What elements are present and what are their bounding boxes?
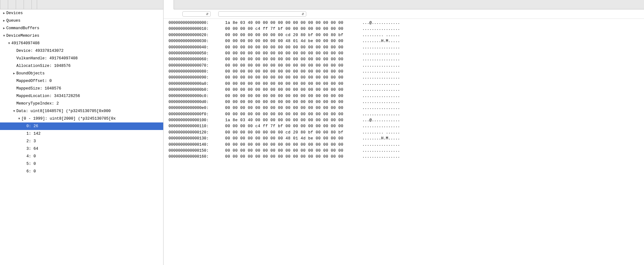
hex-bytes: 00 00 00 00 00 00 00 00 00 00 00 00 00 0… xyxy=(225,51,357,57)
hex-row: 0000000000000110: 00 00 00 00 c4 ff 7f b… xyxy=(169,123,639,129)
hex-address: 00000000000000c0: xyxy=(169,93,225,99)
left-tab-bar xyxy=(0,0,163,9)
hex-row: 0000000000000020: 00 00 00 00 00 00 00 0… xyxy=(169,32,639,38)
hex-row: 0000000000000100: 1a 8e 03 40 00 00 00 0… xyxy=(169,117,639,123)
hex-bytes: 00 00 00 00 00 00 00 00 00 00 00 00 00 0… xyxy=(225,142,357,148)
hex-bytes: 00 00 00 00 00 00 00 00 00 00 00 00 00 0… xyxy=(225,93,357,99)
minimize-button[interactable] xyxy=(635,0,644,9)
tab-textures[interactable] xyxy=(8,0,16,9)
tree-item[interactable]: MappedOffset: 0 xyxy=(0,77,163,85)
tree-item[interactable]: 3: 64 xyxy=(0,145,163,153)
tree-item[interactable]: ►Queues xyxy=(0,17,163,24)
hex-address: 00000000000000a0: xyxy=(169,81,225,87)
tree-item[interactable]: ►BoundObjects xyxy=(0,70,163,77)
tree-item[interactable]: MemoryTypeIndex: 2 xyxy=(0,100,163,107)
tree-item[interactable]: MappedSize: 1048576 xyxy=(0,85,163,92)
hex-address: 0000000000000120: xyxy=(169,130,225,136)
tree-item[interactable]: ►Devices xyxy=(0,9,163,17)
tree-arrow-icon: ▼ xyxy=(3,33,6,38)
hex-ascii: ......... ...... xyxy=(362,32,400,38)
tree-item-label: [0 - 1999]: uint8[2000] (*p3245130705[0x xyxy=(21,116,116,122)
tree-item-label: MappedLocation: 34341728256 xyxy=(16,93,80,99)
hex-row: 00000000000000a0: 00 00 00 00 00 00 00 0… xyxy=(169,81,639,87)
hex-ascii: ................ xyxy=(362,81,400,87)
tree-item[interactable]: MappedLocation: 34341728256 xyxy=(0,92,163,100)
tree-item[interactable]: ►CommandBuffers xyxy=(0,24,163,32)
tree-item[interactable]: ▼DeviceMemories xyxy=(0,32,163,40)
tree-item[interactable]: 1: 142 xyxy=(0,130,163,138)
tree-container[interactable]: ►Devices►Queues►CommandBuffers▼DeviceMem… xyxy=(0,9,163,265)
tree-item-label: Devices xyxy=(6,10,23,16)
tree-item[interactable]: ▼491764097408 xyxy=(0,40,163,47)
hex-ascii: ................ xyxy=(362,154,400,160)
hex-bytes: 00 00 00 00 c4 ff 7f bf 00 00 00 00 00 0… xyxy=(225,26,357,32)
tree-arrow-icon: ► xyxy=(13,71,16,76)
hex-bytes: 00 00 00 00 00 00 00 00 00 00 00 00 00 0… xyxy=(225,75,357,81)
right-panel: ⇵ ⇵ 0000000000000000: 1a 8e 03 40 00 00 … xyxy=(164,0,644,265)
hex-bytes: 00 00 00 00 00 00 00 00 00 00 00 00 00 0… xyxy=(225,105,357,111)
range-select-arrow: ⇵ xyxy=(302,12,304,16)
tree-item[interactable]: Device: 493378143072 xyxy=(0,47,163,55)
hex-row: 00000000000000b0: 00 00 00 00 00 00 00 0… xyxy=(169,87,639,93)
hex-row: 0000000000000120: 00 00 00 00 00 00 00 0… xyxy=(169,130,639,136)
hex-row: 0000000000000060: 00 00 00 00 00 00 00 0… xyxy=(169,57,639,62)
tab-overflow[interactable] xyxy=(32,0,37,9)
hex-bytes: 00 00 00 00 00 00 00 00 48 01 4d be 00 0… xyxy=(225,136,357,142)
tree-item-label: 4: 0 xyxy=(26,153,36,160)
hex-address: 00000000000000b0: xyxy=(169,87,225,93)
tree-item-label: DeviceMemories xyxy=(6,33,39,39)
tree-item-label: AllocationSize: 1048576 xyxy=(16,63,71,69)
hex-bytes: 00 00 00 00 00 00 00 00 00 00 00 00 00 0… xyxy=(225,45,357,51)
tree-item[interactable]: AllocationSize: 1048576 xyxy=(0,62,163,70)
hex-ascii: ................ xyxy=(362,93,400,99)
tree-item[interactable]: 0: 26 xyxy=(0,122,163,130)
tab-geometry[interactable] xyxy=(16,0,24,9)
hex-bytes: 00 00 00 00 00 00 00 00 00 00 00 00 00 0… xyxy=(225,99,357,105)
tree-item-label: 2: 3 xyxy=(26,138,36,144)
hex-bytes: 00 00 00 00 00 00 00 00 cd 20 80 bf 00 0… xyxy=(225,32,357,38)
range-select[interactable]: ⇵ xyxy=(218,11,306,17)
tab-memory[interactable] xyxy=(164,0,174,9)
hex-ascii: ...@............ xyxy=(362,117,400,123)
hex-address: 0000000000000080: xyxy=(169,69,225,75)
tree-item[interactable]: 6: 0 xyxy=(0,168,163,175)
tree-item[interactable]: ▼[0 - 1999]: uint8[2000] (*p3245130705[0… xyxy=(0,115,163,122)
tree-item[interactable]: ▼Data: uint8[1048576] (*p3245130705[0x00… xyxy=(0,107,163,115)
hex-bytes: 00 00 00 00 00 00 00 00 00 00 00 00 00 0… xyxy=(225,154,357,160)
tree-item-label: 6: 0 xyxy=(26,168,36,175)
hex-address: 0000000000000160: xyxy=(169,154,225,160)
tab-framebuffer[interactable] xyxy=(0,0,8,9)
hex-address: 0000000000000150: xyxy=(169,148,225,154)
tree-item[interactable]: 5: 0 xyxy=(0,160,163,168)
hex-ascii: ......... ...... xyxy=(362,130,400,136)
hex-address: 0000000000000090: xyxy=(169,75,225,81)
hex-bytes: 00 00 00 00 00 00 00 00 00 00 00 00 00 0… xyxy=(225,63,357,69)
maximize-button[interactable] xyxy=(154,0,163,9)
tree-item[interactable]: 2: 3 xyxy=(0,138,163,145)
type-select-arrow: ⇵ xyxy=(206,12,208,16)
hex-view[interactable]: 0000000000000000: 1a 8e 03 40 00 00 00 0… xyxy=(164,19,644,265)
tab-state[interactable] xyxy=(24,0,32,9)
tree-item-label: CommandBuffers xyxy=(6,25,39,31)
hex-bytes: 00 00 00 00 00 00 00 00 00 00 00 00 00 0… xyxy=(225,69,357,75)
hex-ascii: ................ xyxy=(362,45,400,51)
memory-toolbar: ⇵ ⇵ xyxy=(164,9,644,19)
tree-item[interactable]: VulkanHandle: 491764097408 xyxy=(0,55,163,62)
hex-bytes: 00 00 00 00 00 00 00 00 48 01 4d be 00 0… xyxy=(225,38,357,44)
left-panel: ►Devices►Queues►CommandBuffers▼DeviceMem… xyxy=(0,0,164,265)
tree-arrow-icon: ► xyxy=(3,26,6,31)
tree-item-label: Queues xyxy=(6,18,20,24)
tree-item-label: MappedSize: 1048576 xyxy=(16,85,61,92)
hex-bytes: 00 00 00 00 00 00 00 00 00 00 00 00 00 0… xyxy=(225,111,357,117)
hex-address: 0000000000000030: xyxy=(169,38,225,44)
hex-row: 0000000000000160: 00 00 00 00 00 00 00 0… xyxy=(169,154,639,160)
hex-ascii: ................ xyxy=(362,57,400,62)
tree-item-label: MemoryTypeIndex: 2 xyxy=(16,100,59,107)
hex-address: 0000000000000020: xyxy=(169,32,225,38)
tab-spacer xyxy=(37,0,154,9)
type-select[interactable]: ⇵ xyxy=(182,11,211,17)
tree-item[interactable]: 4: 0 xyxy=(0,153,163,160)
tree-item-label: 3: 64 xyxy=(26,146,38,152)
hex-bytes: 00 00 00 00 00 00 00 00 00 00 00 00 00 0… xyxy=(225,87,357,93)
hex-ascii: ................ xyxy=(362,26,400,32)
